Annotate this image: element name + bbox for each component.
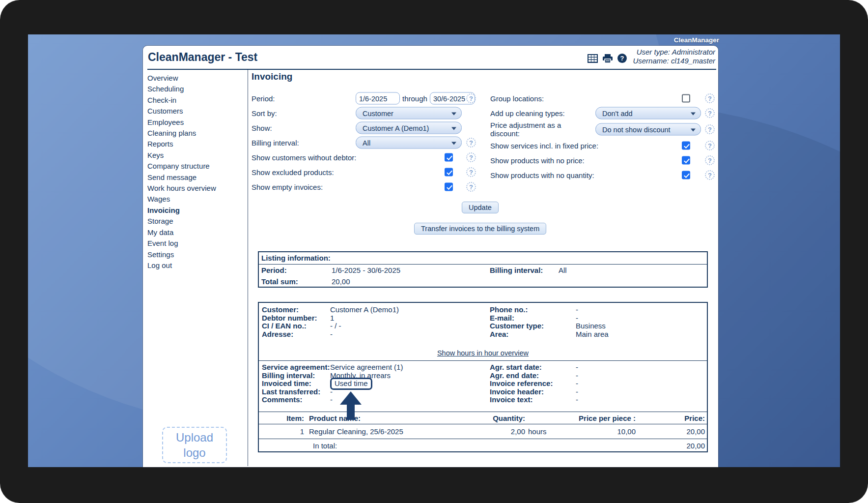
sidebar-item-keys[interactable]: Keys: [147, 150, 243, 161]
ean-value: - / -: [330, 322, 490, 330]
listing-period-label: Period:: [261, 266, 332, 274]
customer-row: Adresse: - Area: Main area: [262, 330, 707, 339]
username: Username: cl149_master: [633, 57, 715, 65]
user-type: User type: Administrator: [633, 48, 715, 57]
sidebar-item-wages[interactable]: Wages: [147, 194, 243, 205]
help-circle-icon[interactable]: ?: [705, 141, 715, 150]
chevron-down-icon: [691, 129, 696, 132]
help-icon[interactable]: ?: [617, 54, 627, 63]
price-adjustment-label: Price adjustment as a discount:: [490, 121, 575, 138]
agreement-row: Billing interval: Monthly, in arrears Ag…: [262, 372, 707, 380]
sidebar-item-company-structure[interactable]: Company structure: [147, 161, 243, 172]
invoiced-time-label: Invoiced time:: [262, 380, 330, 388]
sidebar-item-log-out[interactable]: Log out: [147, 260, 243, 271]
sidebar-item-storage[interactable]: Storage: [147, 216, 243, 227]
sidebar-item-overview[interactable]: Overview: [147, 73, 243, 84]
sort-by-select[interactable]: Customer: [356, 107, 462, 119]
sidebar-item-reports[interactable]: Reports: [147, 139, 243, 149]
help-circle-icon[interactable]: ?: [705, 93, 715, 103]
sidebar-item-my-data[interactable]: My data: [147, 227, 243, 238]
section-heading: Invoicing: [252, 71, 292, 82]
sidebar-item-work-hours-overview[interactable]: Work hours overview: [147, 183, 243, 194]
invoice-text-value: -: [576, 396, 707, 404]
sidebar-item-cleaning-plans[interactable]: Cleaning plans: [147, 128, 243, 139]
sidebar-item-check-in[interactable]: Check-in: [147, 95, 243, 106]
print-icon[interactable]: [603, 54, 613, 63]
services-fixed-price-checkbox[interactable]: [682, 142, 690, 150]
group-locations-label: Group locations:: [490, 94, 544, 103]
brand-label: CleanManager: [674, 36, 719, 44]
billing-interval-select[interactable]: All: [356, 137, 462, 149]
add-up-value: Don't add: [602, 109, 633, 117]
sidebar-item-employees[interactable]: Employees: [147, 117, 243, 128]
listing-total-label: Total sum:: [261, 277, 332, 286]
period-label: Period:: [252, 94, 275, 103]
products-no-price-checkbox[interactable]: [682, 156, 690, 165]
agreement-row: Service agreement: Service agreement (1)…: [262, 363, 707, 372]
header-divider: [147, 69, 716, 70]
customer-value: Customer A (Demo1): [330, 306, 490, 314]
help-circle-icon[interactable]: ?: [705, 170, 715, 180]
area-label: Area:: [490, 330, 576, 339]
help-circle-icon[interactable]: ?: [466, 167, 476, 177]
products-no-quantity-checkbox[interactable]: [682, 171, 690, 179]
item-price-per-piece: 10,00: [555, 427, 636, 436]
chevron-down-icon: [451, 127, 456, 130]
listing-total-value: 20,00: [332, 277, 490, 286]
arrow-shaft: [347, 405, 355, 420]
annotation-arrow-up: [340, 391, 362, 420]
invoice-header-value: -: [576, 388, 707, 396]
without-debtor-checkbox[interactable]: [445, 153, 453, 162]
transfer-invoices-button[interactable]: Transfer invoices to the billing system: [414, 223, 546, 235]
add-up-cleaning-types-select[interactable]: Don't add: [595, 107, 701, 119]
item-number: 1: [259, 427, 304, 436]
group-locations-checkbox[interactable]: [682, 94, 690, 103]
used-time-highlight: Used time: [330, 378, 372, 390]
add-up-cleaning-types-label: Add up cleaning types:: [490, 109, 565, 118]
customer-type-label: Customer type:: [490, 322, 576, 330]
upload-logo-button[interactable]: Upload logo: [162, 427, 227, 463]
sidebar-item-event-log[interactable]: Event log: [147, 238, 243, 249]
sidebar-item-scheduling[interactable]: Scheduling: [147, 84, 243, 94]
address-label: Adresse:: [262, 330, 330, 339]
help-circle-icon[interactable]: ?: [466, 93, 476, 103]
agr-end-date-value: -: [576, 372, 707, 380]
table-grid-icon[interactable]: [588, 54, 598, 63]
through-label: through: [402, 94, 427, 103]
help-circle-icon[interactable]: ?: [466, 138, 476, 148]
show-select[interactable]: Customer A (Demo1): [356, 122, 462, 134]
agreement-row: Last transferred: - Invoice header: -: [262, 388, 707, 396]
help-circle-icon[interactable]: ?: [705, 155, 715, 165]
sidebar-item-invoicing[interactable]: Invoicing: [147, 205, 243, 216]
sidebar-item-settings[interactable]: Settings: [147, 249, 243, 260]
agreement-row: Invoiced time: Used time Invoice referen…: [262, 380, 707, 388]
agr-start-date-value: -: [576, 363, 707, 372]
svg-text:?: ?: [620, 55, 624, 62]
services-fixed-price-label: Show services incl. in fixed price:: [490, 142, 598, 150]
chevron-down-icon: [691, 113, 696, 116]
billing-interval-row-label: Billing interval:: [262, 372, 330, 380]
invoice-items-table: Item: Product name: Quantity: Price per …: [259, 412, 707, 452]
help-circle-icon[interactable]: ?: [466, 152, 476, 162]
update-button[interactable]: Update: [462, 202, 499, 213]
email-value: -: [576, 314, 707, 323]
email-label: E-mail:: [490, 314, 576, 323]
help-circle-icon[interactable]: ?: [466, 182, 476, 192]
item-column-header: Item:: [259, 414, 304, 422]
help-circle-icon[interactable]: ?: [705, 124, 715, 134]
show-hours-link[interactable]: Show hours in hour overview: [437, 349, 529, 357]
listing-period-value: 1/6-2025 - 30/6-2025: [332, 266, 490, 274]
last-transferred-label: Last transferred:: [262, 388, 330, 396]
invoice-header-label: Invoice header:: [490, 388, 576, 396]
sidebar-item-customers[interactable]: Customers: [147, 106, 243, 117]
help-circle-icon[interactable]: ?: [705, 108, 715, 118]
listing-title: Listing information:: [259, 252, 707, 265]
sort-by-label: Sort by:: [252, 109, 277, 118]
excluded-products-checkbox[interactable]: [445, 168, 453, 177]
sidebar-item-send-message[interactable]: Send message: [147, 172, 243, 183]
billing-interval-label: Billing interval:: [252, 139, 299, 147]
period-from-input[interactable]: [356, 92, 400, 105]
item-quantity: 2,00: [451, 427, 525, 436]
empty-invoices-checkbox[interactable]: [445, 183, 453, 191]
price-adjustment-select[interactable]: Do not show discount: [595, 123, 701, 136]
